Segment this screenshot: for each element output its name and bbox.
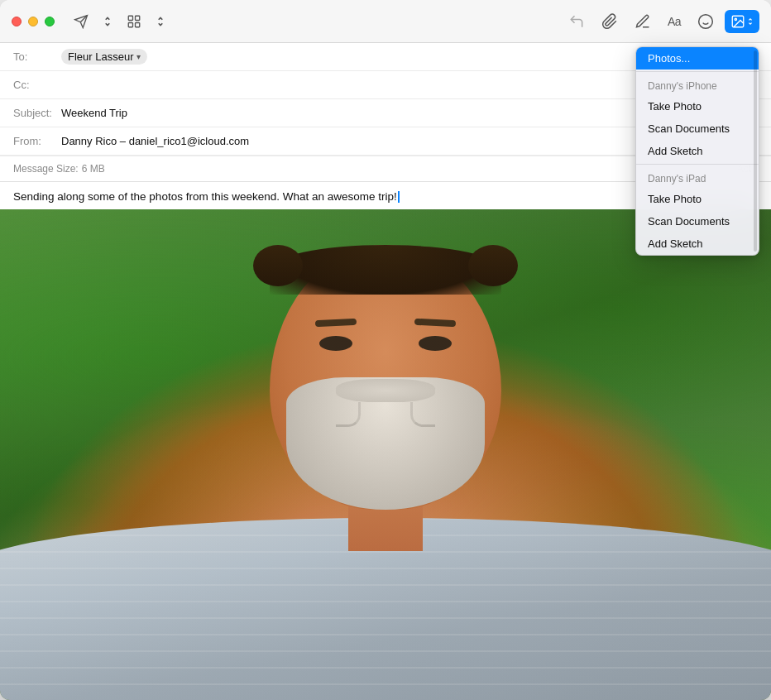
svg-rect-5 [136,22,140,26]
toolbar-right: Aa [563,9,759,34]
selfie-image [0,209,771,700]
traffic-lights [12,17,55,26]
subject-label: Subject: [13,107,61,119]
menu-section-dannys-ipad: Danny's iPad [636,166,759,188]
menu-item-add-sketch-1[interactable]: Add Sketch [636,140,759,162]
close-button[interactable] [12,17,22,26]
menu-item-photos[interactable]: Photos... [636,47,759,70]
menu-item-take-photo-1[interactable]: Take Photo [636,95,759,117]
to-label: To: [13,50,61,63]
chevron-down-icon: ▾ [136,52,141,61]
font-label: Aa [668,15,681,28]
recipient-chip[interactable]: Fleur Lasseur ▾ [61,49,147,65]
emoji-button[interactable] [692,9,720,34]
from-label: From: [13,135,61,147]
media-dropdown-menu: Photos... Danny's iPhone Take Photo Scan… [635,46,759,256]
reply-button[interactable] [563,9,591,34]
media-insert-button[interactable] [725,10,759,33]
svg-rect-2 [128,16,132,20]
maximize-button[interactable] [45,17,55,26]
menu-item-take-photo-2[interactable]: Take Photo [636,188,759,210]
menu-divider-2 [636,164,759,165]
note-button[interactable] [629,9,657,34]
subject-value[interactable]: Weekend Trip [61,107,127,119]
menu-item-scan-docs-2[interactable]: Scan Documents [636,210,759,233]
body-text: Sending along some of the photos from th… [13,190,397,203]
message-size-value: 6 MB [82,163,105,175]
attach-button[interactable] [596,9,624,34]
svg-rect-4 [128,22,132,26]
recipient-name: Fleur Lasseur [68,50,133,63]
email-body: Sending along some of the photos from th… [0,182,771,700]
format-button[interactable] [121,10,147,33]
titlebar: Aa [0,0,771,43]
menu-scrollbar[interactable] [754,50,757,252]
font-button[interactable]: Aa [662,11,687,32]
mail-window: Aa [0,0,771,700]
send-button[interactable] [68,10,94,33]
svg-point-6 [699,14,713,28]
message-size-label: Message Size: [13,163,79,175]
menu-divider-1 [636,71,759,72]
menu-item-add-sketch-2[interactable]: Add Sketch [636,233,759,255]
from-value: Danny Rico – daniel_rico1@icloud.com [61,135,249,147]
toolbar-left [68,10,170,33]
svg-rect-3 [136,16,140,20]
menu-section-dannys-iphone: Danny's iPhone [636,74,759,95]
text-cursor [398,191,400,203]
send-dropdown-button[interactable] [98,10,117,33]
svg-point-10 [735,18,736,20]
minimize-button[interactable] [28,17,38,26]
cc-label: Cc: [13,79,61,91]
photo-area [0,209,771,700]
format-dropdown-button[interactable] [151,10,170,33]
menu-item-scan-docs-1[interactable]: Scan Documents [636,117,759,140]
